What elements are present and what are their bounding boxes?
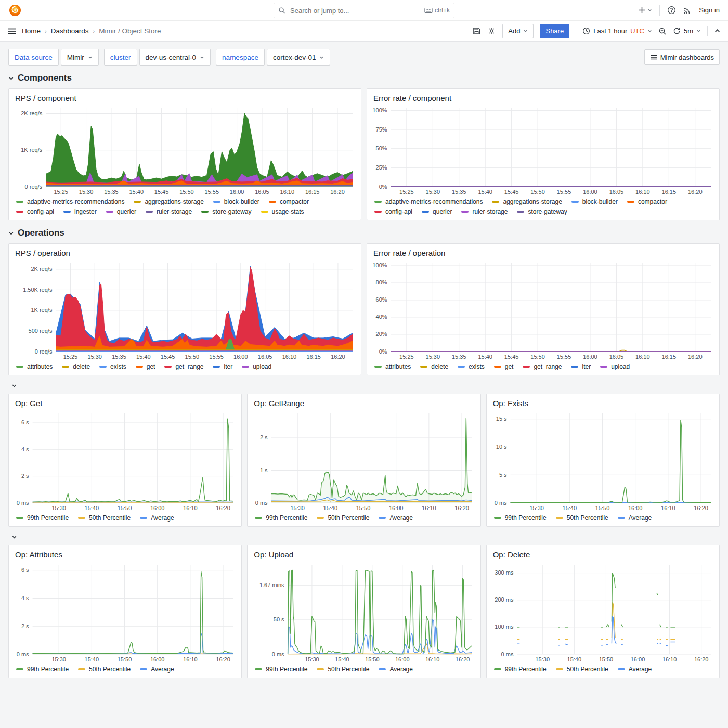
legend-item[interactable]: upload [242,363,271,370]
legend-item[interactable]: 99th Percentile [255,514,307,522]
legend-item[interactable]: 99th Percentile [494,514,547,522]
time-range-picker[interactable]: Last 1 hour UTC [582,27,652,35]
legend-item[interactable]: Average [379,666,412,673]
row-toggle[interactable] [8,383,720,388]
sign-in-link[interactable]: Sign in [699,6,720,14]
legend-item[interactable]: attributes [374,363,411,370]
row-toggle[interactable] [8,534,720,540]
panel-title-op-exists[interactable]: Op: Exists [487,394,719,408]
legend-item[interactable]: exists [458,363,485,370]
legend-item[interactable]: get_range [523,363,562,370]
legend-item[interactable]: store-gateway [517,208,567,215]
legend-item[interactable]: compactor [627,198,667,205]
panel-title-error-operation[interactable]: Error rate / operation [367,244,719,258]
legend-item[interactable]: 99th Percentile [255,666,307,673]
legend-item[interactable]: querier [422,208,452,215]
legend-item[interactable]: Average [140,514,174,522]
legend-item[interactable]: get [494,363,514,370]
legend-item[interactable]: usage-stats [261,208,304,215]
legend-item[interactable]: querier [106,208,136,215]
chart-op-attributes[interactable]: 0 ms2 s4 s6 s15:3015:4015:5016:0016:1016… [12,561,237,664]
legend-item[interactable]: config-api [16,208,54,215]
new-menu-button[interactable] [638,6,652,14]
legend-item[interactable]: 50th Percentile [317,514,369,522]
legend-item[interactable]: iter [571,363,591,370]
section-components[interactable]: Components [8,73,720,83]
legend-item[interactable]: adaptive-metrics-recommendations [16,198,124,205]
legend-item[interactable]: get [136,363,155,370]
grafana-logo[interactable] [8,4,22,17]
legend-item[interactable]: block-builder [571,198,618,205]
panel-title-op-delete[interactable]: Op: Delete [487,545,719,560]
cluster-value[interactable]: dev-us-central-0 [139,49,211,66]
save-icon[interactable] [472,27,481,35]
legend-item[interactable]: aggregations-storage [492,198,562,205]
chart-error-component[interactable]: 0%25%50%75%100%15:2515:3015:3515:4015:45… [370,104,715,197]
panel-title-error-component[interactable]: Error rate / component [367,89,719,103]
breadcrumb-dashboards[interactable]: Dashboards [51,27,89,35]
chart-op-getrange[interactable]: 0 ms1 s2 s15:3015:4015:5016:0016:1016:20 [251,409,476,513]
legend-item[interactable]: attributes [16,363,53,370]
panel-title-op-getrange[interactable]: Op: GetRange [248,394,480,408]
chart-rps-operation[interactable]: 0 req/s500 req/s1K req/s1.50K req/s2K re… [12,259,357,361]
legend-item[interactable]: compactor [269,198,309,205]
chart-op-exists[interactable]: 0 ms5 s10 s15 s15:3015:4015:5016:0016:10… [490,409,715,513]
legend-item[interactable]: 50th Percentile [78,514,131,522]
legend-item[interactable]: 99th Percentile [494,666,547,673]
chart-op-upload[interactable]: 0 ms50 s1.67 mins15:3015:4015:5016:0016:… [251,561,476,664]
legend-item[interactable]: ruler-storage [146,208,192,215]
mimir-dashboards-button[interactable]: Mimir dashboards [644,49,720,65]
legend-item[interactable]: 99th Percentile [16,514,69,522]
legend-item[interactable]: ruler-storage [461,208,508,215]
legend-item[interactable]: Average [140,666,174,673]
datasource-value[interactable]: Mimir [61,49,99,66]
legend-item[interactable]: 99th Percentile [16,666,69,673]
section-operations[interactable]: Operations [8,228,720,238]
chevron-up-icon[interactable] [714,28,721,34]
legend-item[interactable]: delete [62,363,90,370]
news-button[interactable] [683,6,692,15]
panel-title-op-get[interactable]: Op: Get [9,394,241,408]
chart-op-delete[interactable]: 0 ms100 ms200 ms300 ms15:3015:4015:5016:… [490,561,715,664]
help-button[interactable] [667,6,676,15]
legend-item[interactable]: Average [379,514,412,522]
legend-item[interactable]: 50th Percentile [317,666,369,673]
legend-item[interactable]: get_range [164,363,203,370]
global-search[interactable]: ctrl+k [274,3,454,18]
share-button[interactable]: Share [540,24,569,38]
refresh-picker[interactable]: 5m [673,27,701,35]
legend-item[interactable]: 50th Percentile [556,514,608,522]
namespace-value[interactable]: cortex-dev-01 [267,49,331,66]
chart-error-operation[interactable]: 0%20%40%60%80%100%15:2515:3015:3515:4015… [370,259,715,361]
legend-item[interactable]: aggregations-storage [134,198,203,205]
panel-error-operation: Error rate / operation0%20%40%60%80%100%… [367,243,720,375]
legend-item[interactable]: upload [600,363,630,370]
legend-item[interactable]: exists [99,363,126,370]
chart-op-get[interactable]: 0 ms2 s4 s6 s15:3015:4015:5016:0016:1016… [12,409,237,513]
gear-icon[interactable] [487,27,496,35]
namespace-label[interactable]: namespace [216,49,265,66]
legend-item[interactable]: block-builder [213,198,259,205]
zoom-out-icon[interactable] [658,27,667,35]
cluster-label[interactable]: cluster [104,49,137,66]
legend-item[interactable]: Average [618,514,652,522]
legend-item[interactable]: delete [420,363,448,370]
legend-item[interactable]: store-gateway [201,208,251,215]
datasource-label[interactable]: Data source [8,49,59,66]
panel-title-op-attributes[interactable]: Op: Attributes [9,545,241,560]
legend-item[interactable]: 50th Percentile [556,666,608,673]
search-input[interactable] [289,6,421,15]
menu-icon[interactable] [7,27,17,36]
panel-title-rps-operation[interactable]: RPS / operation [9,244,361,258]
legend-item[interactable]: iter [213,363,232,370]
add-button[interactable]: Add [502,24,534,38]
legend-item[interactable]: ingester [63,208,97,215]
breadcrumb-home[interactable]: Home [22,27,41,35]
legend-item[interactable]: Average [618,666,652,673]
legend-item[interactable]: config-api [374,208,412,215]
panel-title-op-upload[interactable]: Op: Upload [248,545,480,560]
chart-rps-component[interactable]: 0 req/s1K req/s2K req/s15:2515:3015:3515… [12,104,357,197]
panel-title-rps-component[interactable]: RPS / component [9,89,361,103]
legend-item[interactable]: adaptive-metrics-recommendations [374,198,483,205]
legend-item[interactable]: 50th Percentile [78,666,131,673]
